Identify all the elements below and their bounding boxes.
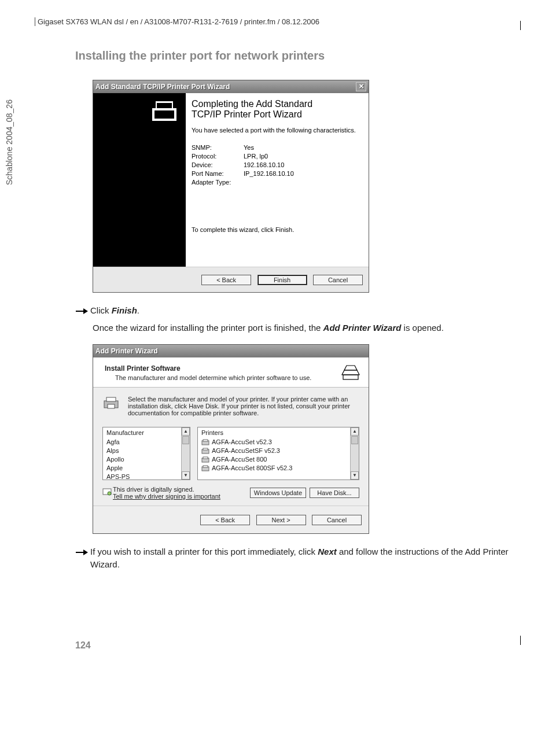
- scroll-up-icon[interactable]: ▲: [351, 427, 359, 436]
- summary-row: Adapter Type:: [192, 179, 363, 186]
- wizard-subtext: You have selected a port with the follow…: [192, 127, 363, 134]
- list-item[interactable]: Apple: [106, 464, 186, 473]
- wizard-sidebar: [93, 93, 186, 267]
- scrollbar[interactable]: ▲ ▼: [181, 427, 190, 480]
- button-bar: < Back Finish Cancel: [93, 267, 369, 292]
- cancel-button[interactable]: Cancel: [313, 275, 363, 285]
- wizard-heading: Completing the Add Standard TCP/IP Print…: [192, 99, 363, 120]
- svg-marker-6: [342, 370, 359, 375]
- list-item[interactable]: AGFA-AccuSet 800: [201, 455, 355, 464]
- wizard-port-dialog: Add Standard TCP/IP Printer Port Wizard …: [93, 80, 369, 293]
- scroll-thumb[interactable]: [182, 436, 189, 444]
- back-button[interactable]: < Back: [201, 275, 251, 285]
- list-item[interactable]: APS-PS: [106, 473, 186, 481]
- scroll-up-icon[interactable]: ▲: [182, 427, 190, 436]
- svg-rect-11: [108, 404, 115, 408]
- svg-rect-3: [157, 103, 172, 108]
- printer-icon: [150, 99, 179, 124]
- list-item[interactable]: Alps: [106, 447, 186, 455]
- manufacturer-list[interactable]: Manufacturer Agfa Alps Apollo Apple APS-…: [102, 427, 190, 480]
- signed-text: This driver is digitally signed.: [113, 486, 246, 493]
- list-item[interactable]: Agfa: [106, 438, 186, 447]
- list-item[interactable]: AGFA-AccuSet 800SF v52.3: [201, 464, 355, 473]
- add-printer-wizard-dialog: Add Printer Wizard Install Printer Softw…: [93, 344, 369, 534]
- finish-button[interactable]: Finish: [257, 275, 307, 285]
- wizard-header: Install Printer Software The manufacture…: [93, 357, 369, 388]
- close-icon[interactable]: ✕: [356, 82, 366, 91]
- crop-mark: [520, 21, 521, 30]
- svg-marker-5: [83, 308, 88, 314]
- window-title: Add Printer Wizard: [95, 347, 158, 355]
- printer-icon: [341, 364, 360, 382]
- button-bar: < Back Next > Cancel: [93, 506, 369, 533]
- next-button[interactable]: Next >: [256, 515, 306, 525]
- wizard-subtitle: The manufacturer and model determine whi…: [115, 374, 360, 381]
- list-item[interactable]: AGFA-AccuSet v52.3: [201, 438, 355, 447]
- instruction-text: If you wish to install a printer for thi…: [90, 545, 517, 571]
- page-number: 124: [75, 640, 517, 651]
- svg-marker-23: [83, 550, 88, 555]
- running-header: Gigaset SX763 WLAN dsl / en / A31008-M70…: [35, 17, 517, 26]
- scroll-down-icon[interactable]: ▼: [351, 471, 359, 480]
- list-item[interactable]: AGFA-AccuSetSF v52.3: [201, 447, 355, 455]
- template-stamp: Schablone 2004_08_26: [5, 99, 14, 185]
- svg-rect-17: [203, 457, 208, 459]
- summary-row: Port Name:IP_192.168.10.10: [192, 170, 363, 177]
- back-button[interactable]: < Back: [200, 515, 250, 525]
- svg-rect-8: [343, 375, 358, 379]
- printer-small-icon: [102, 396, 122, 416]
- window-title: Add Standard TCP/IP Printer Port Wizard: [95, 83, 230, 91]
- crop-mark: [520, 636, 521, 645]
- arrow-icon: [75, 304, 90, 317]
- cancel-button[interactable]: Cancel: [312, 515, 362, 525]
- svg-rect-13: [203, 440, 208, 441]
- finish-hint: To complete this wizard, click Finish.: [192, 226, 363, 233]
- list-header: Printers: [198, 427, 359, 438]
- summary-row: SNMP:Yes: [192, 144, 363, 151]
- paragraph: Once the wizard for installing the print…: [93, 322, 517, 334]
- section-heading: Installing the printer port for network …: [75, 49, 517, 62]
- summary-row: Protocol:LPR, lp0: [192, 153, 363, 160]
- scrollbar[interactable]: ▲ ▼: [350, 427, 359, 480]
- scroll-down-icon[interactable]: ▼: [182, 471, 190, 480]
- list-header: Manufacturer: [103, 427, 190, 438]
- svg-rect-2: [154, 110, 174, 119]
- titlebar: Add Standard TCP/IP Printer Port Wizard …: [93, 80, 369, 93]
- scroll-thumb[interactable]: [351, 436, 358, 444]
- instruction-text: Click Finish.: [90, 304, 517, 317]
- arrow-icon: [75, 545, 90, 558]
- svg-point-21: [108, 492, 111, 495]
- windows-update-button[interactable]: Windows Update: [250, 488, 306, 498]
- titlebar: Add Printer Wizard: [93, 345, 369, 357]
- cert-icon: [102, 488, 113, 497]
- driver-signing-link[interactable]: Tell me why driver signing is important: [113, 493, 246, 500]
- info-text: Select the manufacturer and model of you…: [128, 396, 359, 416]
- wizard-title: Install Printer Software: [105, 364, 360, 373]
- list-item[interactable]: Apollo: [106, 455, 186, 464]
- summary-row: Device:192.168.10.10: [192, 161, 363, 168]
- svg-marker-7: [344, 366, 357, 370]
- svg-rect-10: [106, 397, 116, 401]
- printers-list[interactable]: Printers AGFA-AccuSet v52.3 AGFA-AccuSet…: [197, 427, 359, 480]
- info-row: Select the manufacturer and model of you…: [102, 396, 359, 416]
- svg-rect-15: [203, 448, 208, 450]
- svg-rect-19: [203, 466, 208, 467]
- have-disk-button[interactable]: Have Disk...: [310, 488, 359, 498]
